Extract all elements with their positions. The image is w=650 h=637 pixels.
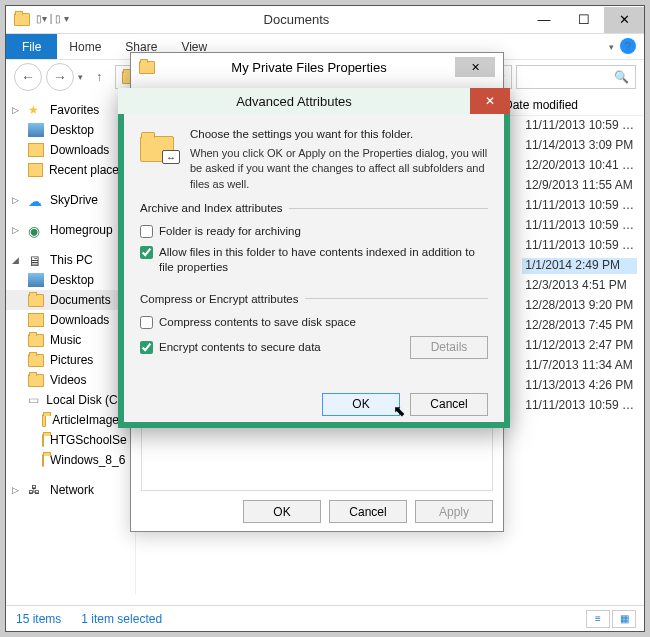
recent-icon xyxy=(28,163,43,177)
sidebar-item-local-disk[interactable]: ▭Local Disk (C:) xyxy=(6,390,135,410)
properties-close-button[interactable]: ✕ xyxy=(455,57,495,77)
ribbon-expand-button[interactable] xyxy=(609,41,614,52)
properties-apply-button[interactable]: Apply xyxy=(415,500,493,523)
sidebar-item-pc-desktop[interactable]: Desktop xyxy=(6,270,135,290)
date-cell[interactable]: 11/11/2013 10:59 … xyxy=(525,398,634,414)
index-checkbox-row[interactable]: Allow files in this folder to have conte… xyxy=(140,245,488,275)
sidebar-item-htg[interactable]: HTGSchoolSe xyxy=(6,430,135,450)
date-cell[interactable]: 12/28/2013 9:20 PM xyxy=(525,298,634,314)
encrypt-checkbox[interactable] xyxy=(140,341,153,354)
date-cell[interactable]: 12/9/2013 11:55 AM xyxy=(525,178,634,194)
maximize-button[interactable] xyxy=(564,7,604,33)
archive-index-legend: Archive and Index attributes xyxy=(140,202,289,214)
up-button[interactable]: ↑ xyxy=(87,65,111,89)
folder-icon xyxy=(42,434,44,447)
view-details-button[interactable]: ≡ xyxy=(586,610,610,628)
homegroup-icon: ◉ xyxy=(28,223,44,237)
downloads-icon xyxy=(28,313,44,327)
date-cell[interactable]: 11/11/2013 10:59 … xyxy=(525,118,634,134)
sidebar-item-downloads[interactable]: Downloads xyxy=(6,140,135,160)
archive-checkbox[interactable] xyxy=(140,225,153,238)
home-tab[interactable]: Home xyxy=(57,36,113,58)
advanced-message-2: When you click OK or Apply on the Proper… xyxy=(190,146,488,192)
navigation-pane: ▷★Favorites Desktop Downloads Recent pla… xyxy=(6,94,136,594)
sidebar-item-pc-documents[interactable]: Documents xyxy=(6,290,135,310)
date-cell[interactable]: 1/1/2014 2:49 PM xyxy=(522,258,637,274)
disk-icon: ▭ xyxy=(28,393,40,407)
folder-icon xyxy=(28,294,44,307)
advanced-title: Advanced Attributes xyxy=(118,88,470,114)
music-icon xyxy=(28,334,44,347)
desktop-icon xyxy=(28,123,44,137)
compress-checkbox[interactable] xyxy=(140,316,153,329)
advanced-close-button[interactable]: ✕ xyxy=(470,88,510,114)
search-icon: 🔍 xyxy=(614,70,629,84)
titlebar: ▯▾ | ▯ ▾ Documents xyxy=(6,6,644,34)
window-title: Documents xyxy=(69,12,524,27)
system-folder-icon xyxy=(14,13,30,26)
history-dropdown[interactable]: ▾ xyxy=(78,72,83,82)
back-button[interactable]: ← xyxy=(14,63,42,91)
folder-icon xyxy=(42,454,44,467)
properties-ok-button[interactable]: OK xyxy=(243,500,321,523)
skydrive-group[interactable]: ▷☁SkyDrive xyxy=(6,190,135,210)
sidebar-item-article-images[interactable]: ArticleImages xyxy=(6,410,135,430)
this-pc-group[interactable]: ◢🖥This PC xyxy=(6,250,135,270)
archive-index-group: Archive and Index attributes Folder is r… xyxy=(140,202,488,285)
view-icons-button[interactable]: ▦ xyxy=(612,610,636,628)
favorites-group[interactable]: ▷★Favorites xyxy=(6,100,135,120)
date-cell[interactable]: 11/11/2013 10:59 … xyxy=(525,198,634,214)
folder-icon xyxy=(42,414,46,427)
sidebar-item-pc-downloads[interactable]: Downloads xyxy=(6,310,135,330)
date-cell[interactable]: 12/28/2013 7:45 PM xyxy=(525,318,634,334)
status-selected-count: 1 item selected xyxy=(81,612,162,626)
sidebar-item-recent[interactable]: Recent places xyxy=(6,160,135,180)
index-checkbox[interactable] xyxy=(140,246,153,259)
downloads-icon xyxy=(28,143,44,157)
advanced-attributes-dialog: Advanced Attributes ✕ ↔ Choose the setti… xyxy=(118,88,510,428)
date-cell[interactable]: 11/13/2013 4:26 PM xyxy=(525,378,634,394)
status-item-count: 15 items xyxy=(16,612,61,626)
advanced-cancel-button[interactable]: Cancel xyxy=(410,393,488,416)
advanced-message-1: Choose the settings you want for this fo… xyxy=(190,128,488,140)
pc-icon: 🖥 xyxy=(28,253,44,267)
status-bar: 15 items 1 item selected ≡ ▦ xyxy=(6,605,644,631)
sidebar-item-pc-videos[interactable]: Videos xyxy=(6,370,135,390)
compress-encrypt-legend: Compress or Encrypt attributes xyxy=(140,293,305,305)
desktop-icon xyxy=(28,273,44,287)
properties-cancel-button[interactable]: Cancel xyxy=(329,500,407,523)
advanced-ok-button[interactable]: OK xyxy=(322,393,400,416)
sidebar-item-desktop[interactable]: Desktop xyxy=(6,120,135,140)
cloud-icon: ☁ xyxy=(28,193,44,207)
homegroup-group[interactable]: ▷◉Homegroup xyxy=(6,220,135,240)
date-cell[interactable]: 11/11/2013 10:59 … xyxy=(525,218,634,234)
videos-icon xyxy=(28,374,44,387)
archive-checkbox-row[interactable]: Folder is ready for archiving xyxy=(140,224,488,239)
details-button[interactable]: Details xyxy=(410,336,488,359)
folder-icon xyxy=(139,61,155,74)
date-cell[interactable]: 11/7/2013 11:34 AM xyxy=(525,358,634,374)
minimize-button[interactable] xyxy=(524,7,564,33)
compress-encrypt-group: Compress or Encrypt attributes Compress … xyxy=(140,293,488,363)
encrypt-checkbox-row[interactable]: Encrypt contents to secure data xyxy=(140,340,402,355)
close-button[interactable] xyxy=(604,7,644,33)
sidebar-item-win8[interactable]: Windows_8_6 xyxy=(6,450,135,470)
compress-checkbox-row[interactable]: Compress contents to save disk space xyxy=(140,315,488,330)
file-tab[interactable]: File xyxy=(6,34,57,59)
date-cell[interactable]: 12/20/2013 10:41 … xyxy=(525,158,634,174)
sidebar-item-pc-pictures[interactable]: Pictures xyxy=(6,350,135,370)
date-cell[interactable]: 11/14/2013 3:09 PM xyxy=(525,138,634,154)
star-icon: ★ xyxy=(28,103,44,117)
forward-button[interactable]: → xyxy=(46,63,74,91)
properties-title: My Private Files Properties xyxy=(163,60,455,75)
sidebar-item-pc-music[interactable]: Music xyxy=(6,330,135,350)
quick-access-toolbar[interactable]: ▯▾ | ▯ ▾ xyxy=(36,13,69,26)
help-icon[interactable]: ? xyxy=(620,38,636,54)
date-cell[interactable]: 11/12/2013 2:47 PM xyxy=(525,338,634,354)
date-cell[interactable]: 11/11/2013 10:59 … xyxy=(525,238,634,254)
network-icon: 🖧 xyxy=(28,483,44,497)
network-group[interactable]: ▷🖧Network xyxy=(6,480,135,500)
search-input[interactable]: 🔍 xyxy=(516,65,636,89)
column-date-modified[interactable]: Date modified xyxy=(504,98,644,112)
date-cell[interactable]: 12/3/2013 4:51 PM xyxy=(525,278,634,294)
